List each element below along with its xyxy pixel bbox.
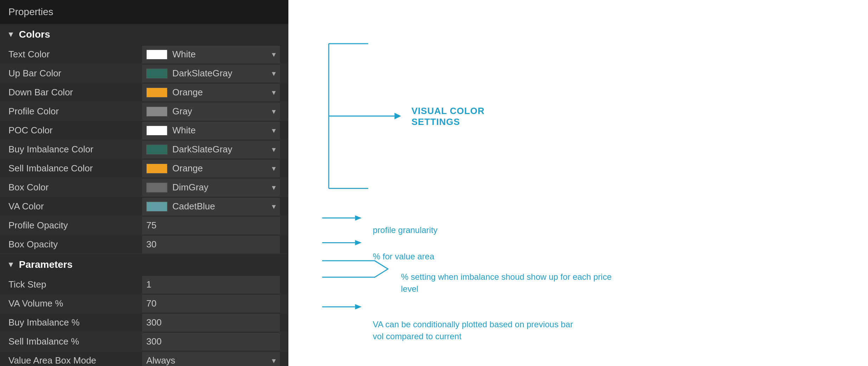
colors-section-header[interactable]: ▼ Colors bbox=[0, 24, 288, 45]
color-value-label: Gray bbox=[172, 106, 192, 117]
property-row: Up Bar ColorDarkSlateGray▾ bbox=[0, 64, 288, 83]
color-value-label: CadetBlue bbox=[172, 201, 215, 212]
prop-label: Down Bar Color bbox=[8, 87, 142, 98]
color-select[interactable]: DimGray▾ bbox=[142, 179, 280, 196]
number-input[interactable]: 30 bbox=[142, 236, 280, 253]
svg-marker-10 bbox=[355, 304, 362, 309]
right-panel: VISUAL COLORSETTINGS profile granularity… bbox=[288, 0, 868, 366]
properties-panel: Properties ▼ Colors Text ColorWhite▾Up B… bbox=[0, 0, 288, 366]
colors-rows: Text ColorWhite▾Up Bar ColorDarkSlateGra… bbox=[0, 45, 288, 254]
prop-label: Profile Opacity bbox=[8, 220, 142, 231]
property-row: Buy Imbalance ColorDarkSlateGray▾ bbox=[0, 140, 288, 159]
prop-label: VA Color bbox=[8, 201, 142, 212]
prop-label: Box Color bbox=[8, 182, 142, 193]
profile-granularity-label: profile granularity bbox=[373, 225, 438, 235]
parameters-rows: Tick Step1VA Volume %70Buy Imbalance %30… bbox=[0, 275, 288, 366]
prop-label: POC Color bbox=[8, 125, 142, 136]
dropdown-arrow-icon: ▾ bbox=[272, 164, 276, 173]
color-swatch bbox=[146, 183, 167, 193]
parameters-chevron-icon: ▼ bbox=[7, 260, 15, 269]
property-row: Profile Opacity75 bbox=[0, 216, 288, 235]
property-row: Down Bar ColorOrange▾ bbox=[0, 83, 288, 102]
color-value-label: White bbox=[172, 49, 196, 60]
parameters-section-header[interactable]: ▼ Parameters bbox=[0, 254, 288, 275]
prop-label: Sell Imbalance Color bbox=[8, 163, 142, 174]
color-swatch bbox=[146, 202, 167, 212]
color-value-label: White bbox=[172, 125, 196, 136]
svg-marker-8 bbox=[355, 240, 362, 245]
property-row: Tick Step1 bbox=[0, 275, 288, 294]
prop-label: Buy Imbalance % bbox=[8, 317, 142, 328]
imbalance-pct-label: % setting when imbalance shoud show up f… bbox=[401, 271, 612, 295]
value-area-label: % for value area bbox=[373, 252, 434, 261]
annotations-svg bbox=[302, 14, 854, 356]
number-input[interactable]: 75 bbox=[142, 217, 280, 234]
property-row: Buy Imbalance %300 bbox=[0, 313, 288, 332]
number-input[interactable]: 300 bbox=[142, 333, 280, 351]
va-box-label: VA can be conditionally plotted based on… bbox=[373, 318, 584, 342]
color-swatch bbox=[146, 164, 167, 173]
colors-section-title: Colors bbox=[19, 29, 50, 40]
color-swatch bbox=[146, 145, 167, 154]
color-swatch bbox=[146, 88, 167, 97]
annotation-container: VISUAL COLORSETTINGS profile granularity… bbox=[302, 14, 854, 356]
color-value-label: DarkSlateGray bbox=[172, 68, 232, 79]
color-swatch bbox=[146, 126, 167, 135]
property-row: Sell Imbalance ColorOrange▾ bbox=[0, 159, 288, 178]
color-value-label: DarkSlateGray bbox=[172, 144, 232, 155]
prop-label: Value Area Box Mode bbox=[8, 355, 142, 366]
dropdown-arrow-icon: ▾ bbox=[272, 88, 276, 97]
visual-color-settings-label: VISUAL COLORSETTINGS bbox=[411, 106, 485, 127]
number-input[interactable]: 300 bbox=[142, 314, 280, 332]
svg-marker-6 bbox=[355, 215, 362, 221]
dropdown-arrow-icon: ▾ bbox=[272, 202, 276, 211]
property-row: POC ColorWhite▾ bbox=[0, 121, 288, 140]
parameters-section-title: Parameters bbox=[19, 259, 73, 270]
prop-label: Tick Step bbox=[8, 279, 142, 290]
dropdown-arrow-icon: ▾ bbox=[272, 356, 276, 365]
prop-label: Text Color bbox=[8, 49, 142, 60]
color-select[interactable]: White▾ bbox=[142, 46, 280, 63]
dropdown-select[interactable]: Always▾ bbox=[142, 352, 280, 366]
dropdown-arrow-icon: ▾ bbox=[272, 183, 276, 192]
prop-label: VA Volume % bbox=[8, 298, 142, 309]
prop-label: Profile Color bbox=[8, 106, 142, 117]
prop-label: Up Bar Color bbox=[8, 68, 142, 79]
color-value-label: Orange bbox=[172, 87, 203, 98]
color-value-label: Orange bbox=[172, 163, 203, 174]
number-input[interactable]: 70 bbox=[142, 295, 280, 313]
property-row: VA Volume %70 bbox=[0, 294, 288, 313]
property-row: Box ColorDimGray▾ bbox=[0, 178, 288, 197]
color-select[interactable]: DarkSlateGray▾ bbox=[142, 65, 280, 82]
dropdown-arrow-icon: ▾ bbox=[272, 50, 276, 59]
prop-label: Buy Imbalance Color bbox=[8, 144, 142, 155]
color-swatch bbox=[146, 107, 167, 116]
color-select[interactable]: Orange▾ bbox=[142, 84, 280, 101]
prop-label: Box Opacity bbox=[8, 239, 142, 250]
svg-marker-4 bbox=[395, 113, 401, 119]
number-input[interactable]: 1 bbox=[142, 276, 280, 294]
color-select[interactable]: DarkSlateGray▾ bbox=[142, 141, 280, 158]
dropdown-arrow-icon: ▾ bbox=[272, 107, 276, 116]
color-select[interactable]: Gray▾ bbox=[142, 103, 280, 120]
dropdown-arrow-icon: ▾ bbox=[272, 145, 276, 154]
color-select[interactable]: White▾ bbox=[142, 122, 280, 139]
dropdown-arrow-icon: ▾ bbox=[272, 69, 276, 78]
color-select[interactable]: CadetBlue▾ bbox=[142, 198, 280, 215]
dropdown-arrow-icon: ▾ bbox=[272, 126, 276, 135]
property-row: Box Opacity30 bbox=[0, 235, 288, 254]
property-row: Value Area Box ModeAlways▾ bbox=[0, 351, 288, 366]
color-swatch bbox=[146, 50, 167, 59]
color-value-label: DimGray bbox=[172, 182, 209, 193]
select-value-label: Always bbox=[146, 355, 175, 366]
property-row: VA ColorCadetBlue▾ bbox=[0, 197, 288, 216]
color-select[interactable]: Orange▾ bbox=[142, 160, 280, 177]
property-row: Text ColorWhite▾ bbox=[0, 45, 288, 64]
color-swatch bbox=[146, 69, 167, 78]
property-row: Sell Imbalance %300 bbox=[0, 332, 288, 351]
property-row: Profile ColorGray▾ bbox=[0, 102, 288, 121]
panel-title: Properties bbox=[0, 0, 288, 24]
prop-label: Sell Imbalance % bbox=[8, 336, 142, 347]
colors-chevron-icon: ▼ bbox=[7, 30, 15, 39]
